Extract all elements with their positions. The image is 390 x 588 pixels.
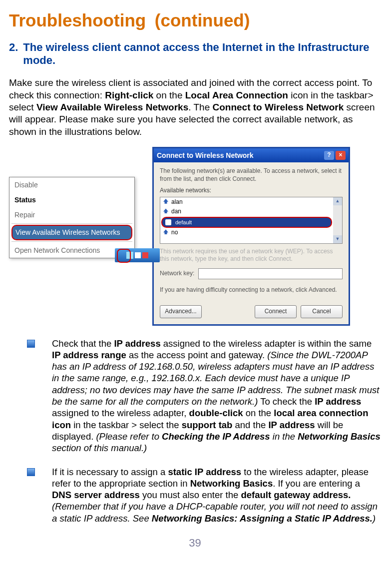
advanced-button[interactable]: Advanced... bbox=[160, 305, 202, 318]
intro-t2: on the bbox=[153, 90, 185, 100]
context-menu-illustration: Disable Status Repair View Available Wir… bbox=[9, 177, 135, 258]
intro-b2: Local Area Connection bbox=[185, 90, 288, 100]
intro-b4: Connect to Wireless Network bbox=[212, 102, 344, 112]
wep-note: This network requires the use of a netwo… bbox=[160, 248, 343, 263]
available-networks-label: Available networks: bbox=[160, 187, 343, 195]
intro-paragraph: Make sure the wireless client is associa… bbox=[9, 77, 381, 138]
t: in the bbox=[270, 431, 298, 442]
page-number: 39 bbox=[9, 536, 381, 551]
t: you must also enter the bbox=[140, 490, 241, 500]
intro-t4: . The bbox=[188, 102, 212, 112]
t: Check that the bbox=[52, 338, 114, 349]
t: IP address bbox=[114, 338, 160, 349]
connect-button[interactable]: Connect bbox=[255, 305, 297, 318]
bullet-icon bbox=[27, 468, 35, 476]
network-key-label: Network key: bbox=[160, 270, 194, 278]
step-number: 2. bbox=[9, 41, 18, 67]
ctx-item-disable[interactable]: Disable bbox=[9, 177, 134, 192]
t: IP address bbox=[315, 396, 361, 407]
t: IP address bbox=[268, 420, 315, 430]
scrollbar[interactable]: ▲ ▼ bbox=[333, 197, 342, 243]
system-tray bbox=[115, 248, 160, 262]
t: and the bbox=[232, 420, 268, 430]
dialog-title-text: Connect to Wireless Network bbox=[157, 151, 254, 160]
tray-network-icon[interactable] bbox=[126, 252, 133, 259]
doc-title: Troubleshooting (continued) bbox=[9, 9, 381, 32]
bullet-text: If it is necessary to assign a static IP… bbox=[52, 466, 381, 524]
t: . If you are entering a bbox=[273, 478, 360, 489]
t: If it is necessary to assign a bbox=[52, 467, 168, 477]
network-listbox[interactable]: alan dan default no ▲ ▼ bbox=[160, 197, 343, 244]
t: IP address range bbox=[52, 350, 126, 360]
t: Networking Basics bbox=[190, 478, 273, 489]
network-item-selected[interactable]: default bbox=[161, 217, 332, 228]
t: double-click bbox=[189, 408, 243, 418]
t: Networking Basics bbox=[298, 431, 381, 442]
t: Checking the IP Address bbox=[162, 431, 270, 442]
dialog-description: The following network(s) are available. … bbox=[160, 167, 343, 183]
t: on the bbox=[243, 408, 274, 418]
dialog-titlebar: Connect to Wireless Network ? × bbox=[154, 148, 349, 162]
close-icon[interactable]: × bbox=[336, 151, 346, 160]
t: assigned to the wireless adapter is with… bbox=[161, 338, 372, 349]
t: ) bbox=[373, 513, 376, 524]
t: support tab bbox=[182, 420, 233, 430]
intro-b1: Right-click bbox=[105, 90, 153, 100]
t: section of this manual.) bbox=[52, 443, 147, 453]
bullet-icon bbox=[27, 340, 35, 348]
connect-wireless-dialog: Connect to Wireless Network ? × The foll… bbox=[152, 147, 350, 326]
t: in the taskbar > select the bbox=[71, 420, 182, 430]
bullet-item: If it is necessary to assign a static IP… bbox=[27, 466, 381, 524]
advanced-note: If you are having difficulty connecting … bbox=[160, 286, 343, 294]
t: DNS server address bbox=[52, 490, 140, 500]
intro-b3: View Available Wireless Networks bbox=[36, 102, 188, 112]
bullet-text: Check that the IP address assigned to th… bbox=[52, 338, 381, 454]
t: static IP address bbox=[168, 467, 241, 477]
ctx-item-view-wireless[interactable]: View Available Wireless Networks bbox=[11, 225, 132, 240]
ctx-separator bbox=[11, 223, 132, 224]
help-icon[interactable]: ? bbox=[324, 151, 334, 160]
illustration-row: Disable Status Repair View Available Wir… bbox=[9, 147, 381, 326]
network-item[interactable]: dan bbox=[160, 207, 333, 217]
cancel-button[interactable]: Cancel bbox=[301, 305, 343, 318]
t: default gateway address. bbox=[241, 490, 351, 500]
ctx-item-repair[interactable]: Repair bbox=[9, 207, 134, 222]
scroll-down-icon[interactable]: ▼ bbox=[333, 235, 342, 243]
tray-icon[interactable] bbox=[135, 252, 141, 258]
t: (Please refer to bbox=[96, 431, 162, 442]
step-heading-text: The wireless client cannot access the In… bbox=[23, 41, 381, 67]
step-heading: 2. The wireless client cannot access the… bbox=[9, 41, 381, 67]
bullet-item: Check that the IP address assigned to th… bbox=[27, 338, 381, 454]
t: as the access point and gateway. bbox=[126, 350, 267, 360]
ctx-item-status[interactable]: Status bbox=[9, 192, 134, 207]
t: To check the bbox=[258, 396, 315, 407]
network-key-input[interactable] bbox=[198, 268, 343, 279]
network-item[interactable]: alan bbox=[160, 197, 333, 207]
t: assigned to the wireless adapter, bbox=[52, 408, 189, 418]
tray-icon[interactable] bbox=[142, 252, 148, 258]
network-item[interactable]: no bbox=[160, 228, 333, 238]
t: Networking Basics: Assigning a Static IP… bbox=[152, 513, 373, 524]
bullet-list: Check that the IP address assigned to th… bbox=[9, 338, 381, 524]
ctx-separator bbox=[11, 241, 132, 242]
scroll-up-icon[interactable]: ▲ bbox=[333, 197, 342, 205]
context-menu: Disable Status Repair View Available Wir… bbox=[9, 177, 135, 258]
